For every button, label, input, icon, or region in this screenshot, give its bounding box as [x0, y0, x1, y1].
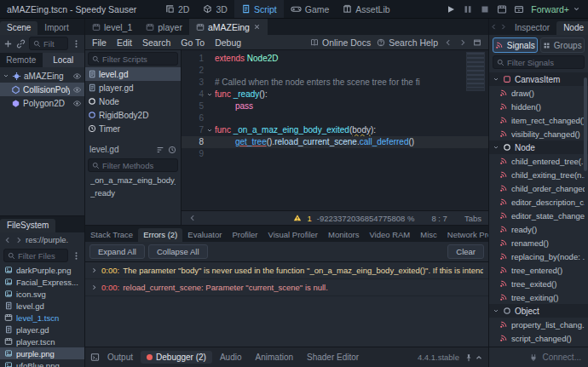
renderer-select[interactable]: Forward+ — [531, 4, 580, 14]
file-item[interactable]: level_1.tscn — [0, 312, 84, 324]
signal-item[interactable]: property_list_chang... — [489, 318, 588, 331]
scene-tab-player[interactable]: player — [139, 19, 189, 35]
tab-node[interactable]: Node — [556, 21, 588, 35]
signal-item[interactable]: draw() — [489, 86, 588, 100]
tab-stack-trace[interactable]: Stack Trace — [85, 228, 138, 242]
expand-caret-icon[interactable] — [90, 267, 98, 274]
collapse-all-button[interactable]: Collapse All — [148, 244, 208, 259]
menu-edit[interactable]: Edit — [112, 37, 137, 48]
signal-item[interactable]: tree_entered() — [489, 263, 588, 277]
clear-button[interactable]: Clear — [447, 244, 484, 259]
filter-methods-input[interactable] — [102, 161, 174, 170]
workspace-game[interactable]: Game — [284, 0, 337, 18]
script-item-rigidbody2d[interactable]: RigidBody2D — [85, 108, 181, 122]
error-row[interactable]: 0:00: reload_current_scene: Parameter "c… — [85, 279, 488, 296]
method-item[interactable]: _ready — [85, 186, 181, 199]
scene-filter-input[interactable] — [43, 39, 64, 49]
signal-item[interactable]: editor_description_c... — [489, 195, 588, 209]
menu-search[interactable]: Search — [137, 37, 176, 48]
pin-bottom-panel-icon[interactable] — [464, 353, 473, 362]
bottom-tab-audio[interactable]: Audio — [214, 351, 248, 364]
file-item[interactable]: icon.svg — [0, 288, 84, 300]
workspace-script[interactable]: Script — [234, 0, 284, 18]
scene-tab-level-1[interactable]: level_1 — [85, 19, 139, 35]
scene-node-collisionpoly[interactable]: CollisionPoly — [0, 83, 84, 96]
bottom-tab-debugger[interactable]: Debugger (2) — [141, 351, 212, 364]
code-editor[interactable]: 1extends Node2D 2 3# Called when the nod… — [182, 50, 488, 225]
bottom-tab-animation[interactable]: Animation — [250, 351, 299, 364]
signal-item[interactable]: item_rect_changed() — [489, 113, 588, 127]
tab-errors[interactable]: Errors (2) — [138, 228, 182, 242]
menu-file[interactable]: File — [87, 37, 112, 48]
history-forward-icon[interactable] — [458, 38, 467, 47]
workspace-2d[interactable]: 2D — [159, 0, 196, 18]
script-item-player-gd[interactable]: player.gd — [85, 81, 181, 95]
file-item[interactable]: Facial_Express... — [0, 276, 84, 288]
script-item-timer[interactable]: Timer — [85, 122, 181, 135]
scene-node-amazeing[interactable]: aMAZEing — [0, 69, 84, 83]
visibility-eye-icon[interactable] — [72, 99, 82, 108]
scene-menu-icon[interactable] — [72, 39, 81, 49]
collapse-caret-icon[interactable] — [3, 72, 9, 79]
expand-all-button[interactable]: Expand All — [89, 244, 145, 259]
connect-button[interactable]: Connect... — [542, 353, 581, 362]
visibility-eye-icon[interactable] — [72, 85, 82, 95]
nav-back-icon[interactable] — [3, 236, 12, 244]
script-item-level-gd[interactable]: level.gd — [85, 67, 181, 81]
bottom-tab-output[interactable]: Output — [101, 351, 139, 364]
tab-visual-profiler[interactable]: Visual Profiler — [263, 228, 323, 242]
signal-item[interactable]: child_order_changed() — [489, 181, 588, 195]
signal-item[interactable]: visibility_changed() — [489, 127, 588, 140]
file-item-selected[interactable]: purple.png — [0, 347, 84, 359]
tab-inspector[interactable]: Inspector — [508, 21, 556, 35]
file-item[interactable]: player.gd — [0, 324, 84, 335]
toggle-scripts-panel-icon[interactable] — [188, 214, 197, 222]
history-back-icon[interactable] — [444, 38, 453, 47]
sort-methods-icon[interactable] — [156, 146, 164, 154]
expand-bottom-panel-icon[interactable] — [475, 353, 483, 362]
float-window-icon[interactable] — [473, 38, 481, 47]
tab-video-ram[interactable]: Video RAM — [364, 228, 415, 242]
close-icon[interactable] — [253, 23, 261, 31]
file-filter-input[interactable] — [18, 251, 64, 261]
signal-item[interactable]: ready() — [489, 222, 588, 236]
scene-tab-amazeing[interactable]: aMAZEing — [189, 19, 268, 35]
file-item[interactable]: darkPurple.png — [0, 264, 84, 276]
signal-category-canvasitem[interactable]: CanvasItem — [489, 72, 588, 86]
tab-scene[interactable]: Scene — [0, 21, 37, 35]
signal-item[interactable]: tree_exiting() — [489, 290, 588, 304]
signal-item[interactable]: child_exiting_tree(n... — [489, 168, 588, 181]
visibility-eye-icon[interactable] — [72, 72, 82, 81]
stop-button[interactable] — [480, 4, 490, 14]
signal-category-object[interactable]: Object — [489, 304, 588, 318]
signal-item[interactable]: child_entered_tree(... — [489, 154, 588, 168]
filesystem-menu-icon[interactable] — [72, 251, 81, 261]
method-item[interactable]: _on_a_maz_eing_body_exit... — [85, 174, 181, 186]
instantiate-scene-button[interactable] — [16, 39, 26, 49]
tab-remote[interactable]: Remote — [0, 53, 43, 67]
expand-caret-icon[interactable] — [90, 284, 98, 291]
file-item[interactable]: level.gd — [0, 300, 84, 312]
dock-tabs-scroll-left-icon[interactable] — [489, 19, 499, 35]
signal-item[interactable]: renamed() — [489, 236, 588, 249]
file-item[interactable]: ufoBlue.png — [0, 359, 84, 367]
tab-evaluator[interactable]: Evaluator — [182, 228, 227, 242]
signal-item[interactable]: editor_state_change... — [489, 209, 588, 222]
tab-network-profiler[interactable]: Network Profiler — [442, 228, 488, 242]
tab-filesystem[interactable]: FileSystem — [0, 219, 55, 232]
signal-category-node[interactable]: Node — [489, 140, 588, 154]
signal-item[interactable]: replacing_by(node: ... — [489, 249, 588, 263]
scene-node-polygon2d[interactable]: Polygon2D — [0, 96, 84, 110]
history-icon[interactable] — [168, 146, 176, 154]
warning-icon[interactable] — [293, 214, 302, 222]
file-item[interactable]: player.tscn — [0, 335, 84, 347]
bottom-tab-shader-editor[interactable]: Shader Editor — [301, 351, 365, 364]
indent-mode[interactable]: Tabs — [464, 214, 481, 223]
fold-caret-icon[interactable] — [206, 127, 213, 134]
fold-caret-icon[interactable] — [206, 91, 213, 98]
signal-item[interactable]: tree_exited() — [489, 277, 588, 290]
signal-item[interactable]: hidden() — [489, 100, 588, 113]
signal-filter-input[interactable] — [507, 58, 580, 67]
filter-scripts-input[interactable] — [102, 54, 174, 64]
tab-profiler[interactable]: Profiler — [227, 228, 262, 242]
